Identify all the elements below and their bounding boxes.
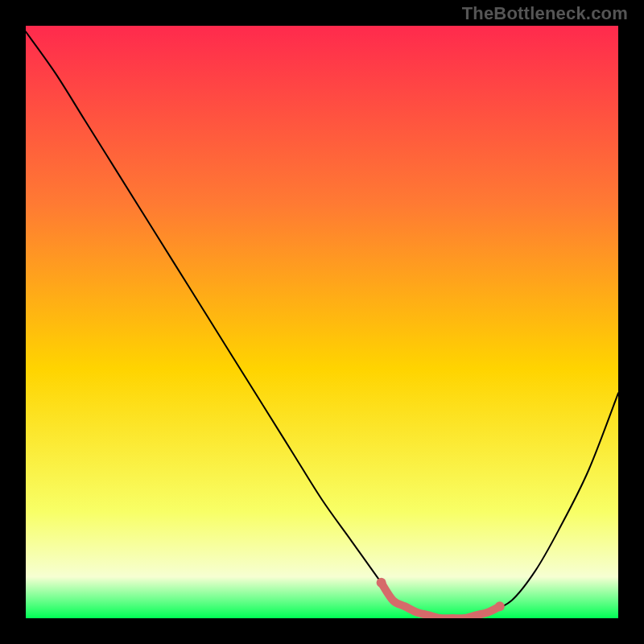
trough-endpoint-left [377,578,386,588]
trough-endpoint-right [495,601,505,611]
plot-area [26,26,618,618]
watermark-text: TheBottleneck.com [462,3,628,24]
chart-stage: TheBottleneck.com [0,0,644,644]
heat-gradient [26,26,618,618]
bottleneck-chart [26,26,618,618]
